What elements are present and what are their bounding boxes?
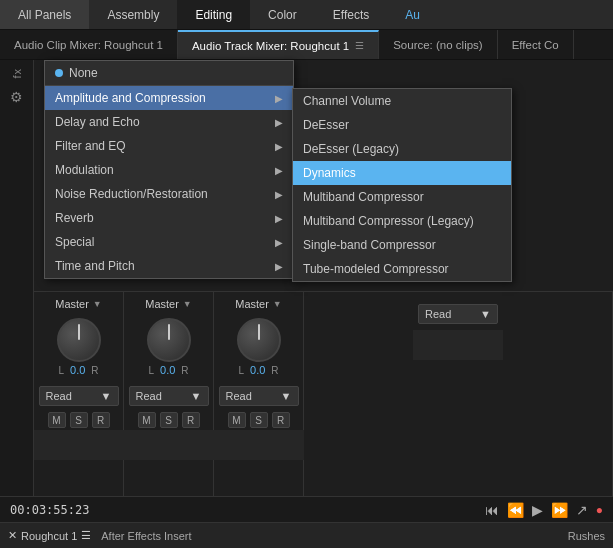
tab-menu-icon[interactable]: ☰ <box>355 40 364 51</box>
menu-color[interactable]: Color <box>250 0 315 29</box>
sequence-name: Roughcut 1 <box>21 530 77 542</box>
second-item-multiband-legacy[interactable]: Multiband Compressor (Legacy) <box>293 209 511 233</box>
first-dropdown: None Amplitude and Compression ▶ Delay a… <box>44 60 294 279</box>
dropdown-item-amplitude[interactable]: Amplitude and Compression ▶ <box>45 86 293 110</box>
dropdown-item-reverb[interactable]: Reverb ▶ <box>45 206 293 230</box>
tab-bar: Audio Clip Mixer: Roughcut 1 Audio Track… <box>0 30 613 60</box>
status-bar: 00:03:55:23 ⏮ ⏪ ▶ ⏩ ↗ ● <box>0 496 613 522</box>
none-dot <box>55 69 63 77</box>
transport-controls: ⏮ ⏪ ▶ ⏩ ↗ ● <box>485 502 603 518</box>
dropdown-item-noise[interactable]: Noise Reduction/Restoration ▶ <box>45 182 293 206</box>
arrow-icon-time: ▶ <box>275 261 283 272</box>
sequence-close-icon[interactable]: ✕ <box>8 529 17 542</box>
tab-effect-co[interactable]: Effect Co <box>498 30 574 59</box>
menu-all-panels[interactable]: All Panels <box>0 0 89 29</box>
timeline-bar: ✕ Roughcut 1 ☰ After Effects Insert Rush… <box>0 522 613 548</box>
menu-au[interactable]: Au <box>387 0 438 29</box>
arrow-icon-filter: ▶ <box>275 141 283 152</box>
none-item[interactable]: None <box>45 61 293 86</box>
menu-editing[interactable]: Editing <box>177 0 250 29</box>
dropdown-item-special[interactable]: Special ▶ <box>45 230 293 254</box>
second-item-deesser-legacy[interactable]: DeEsser (Legacy) <box>293 137 511 161</box>
main-area: None Amplitude and Compression ▶ Delay a… <box>34 60 613 496</box>
tab-audio-track-mixer[interactable]: Audio Track Mixer: Roughcut 1 ☰ <box>178 30 379 59</box>
menu-effects[interactable]: Effects <box>315 0 387 29</box>
workspace: fx ⚙ None Amplitude and Compression ▶ De… <box>0 60 613 496</box>
sequence-menu-icon[interactable]: ☰ <box>81 529 91 542</box>
second-dropdown: Channel Volume DeEsser DeEsser (Legacy) … <box>292 88 512 282</box>
forward-button[interactable]: ⏩ <box>551 502 568 518</box>
arrow-icon-modulation: ▶ <box>275 165 283 176</box>
dropdown-item-time[interactable]: Time and Pitch ▶ <box>45 254 293 278</box>
arrow-icon-delay: ▶ <box>275 117 283 128</box>
back-button[interactable]: ⏪ <box>507 502 524 518</box>
fx-label: fx <box>11 68 23 79</box>
rewind-button[interactable]: ⏮ <box>485 502 499 518</box>
second-item-dynamics[interactable]: Dynamics <box>293 161 511 185</box>
settings-icon: ⚙ <box>10 89 23 105</box>
arrow-icon-reverb: ▶ <box>275 213 283 224</box>
timecode: 00:03:55:23 <box>10 503 89 517</box>
rushes-label: Rushes <box>568 530 605 542</box>
arrow-icon-special: ▶ <box>275 237 283 248</box>
dropdown-item-delay[interactable]: Delay and Echo ▶ <box>45 110 293 134</box>
second-item-single-band[interactable]: Single-band Compressor <box>293 233 511 257</box>
second-item-tube[interactable]: Tube-modeled Compressor <box>293 257 511 281</box>
play-button[interactable]: ▶ <box>532 502 543 518</box>
tab-audio-clip-mixer[interactable]: Audio Clip Mixer: Roughcut 1 <box>0 30 178 59</box>
fx-sidebar: fx ⚙ <box>0 60 34 496</box>
arrow-icon-noise: ▶ <box>275 189 283 200</box>
insert-label: After Effects Insert <box>101 530 191 542</box>
arrow-icon-amplitude: ▶ <box>275 93 283 104</box>
second-item-multiband[interactable]: Multiband Compressor <box>293 185 511 209</box>
record-button[interactable]: ● <box>596 503 603 517</box>
tab-source[interactable]: Source: (no clips) <box>379 30 497 59</box>
second-item-channel-volume[interactable]: Channel Volume <box>293 89 511 113</box>
top-menu-bar: All Panels Assembly Editing Color Effect… <box>0 0 613 30</box>
dropdown-item-filter[interactable]: Filter and EQ ▶ <box>45 134 293 158</box>
export-button[interactable]: ↗ <box>576 502 588 518</box>
second-item-deesser[interactable]: DeEsser <box>293 113 511 137</box>
dropdown-container: None Amplitude and Compression ▶ Delay a… <box>34 60 613 496</box>
menu-assembly[interactable]: Assembly <box>89 0 177 29</box>
sequence-tab[interactable]: ✕ Roughcut 1 ☰ <box>8 529 91 542</box>
dropdown-item-modulation[interactable]: Modulation ▶ <box>45 158 293 182</box>
